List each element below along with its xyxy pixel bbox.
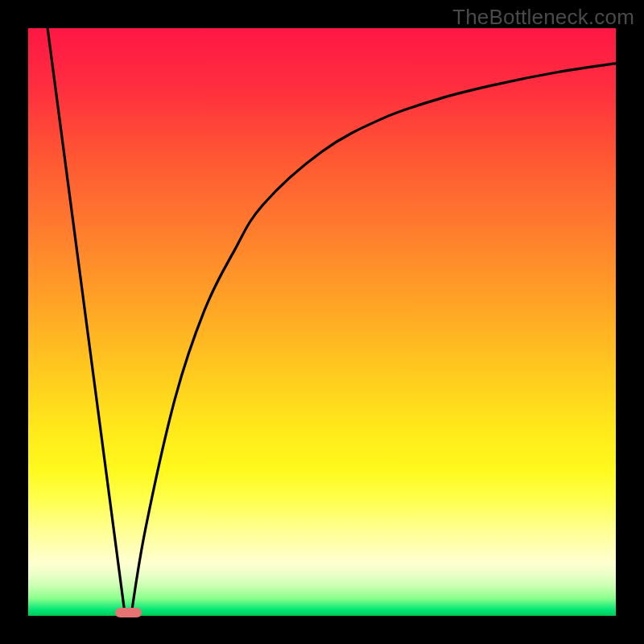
curve-right-branch <box>131 64 616 616</box>
minimum-marker <box>115 608 142 617</box>
curve-layer <box>28 28 616 616</box>
watermark-text: TheBottleneck.com <box>452 5 634 30</box>
curve-left-branch <box>47 28 125 616</box>
chart-container: TheBottleneck.com <box>0 0 644 644</box>
plot-area <box>28 28 616 616</box>
